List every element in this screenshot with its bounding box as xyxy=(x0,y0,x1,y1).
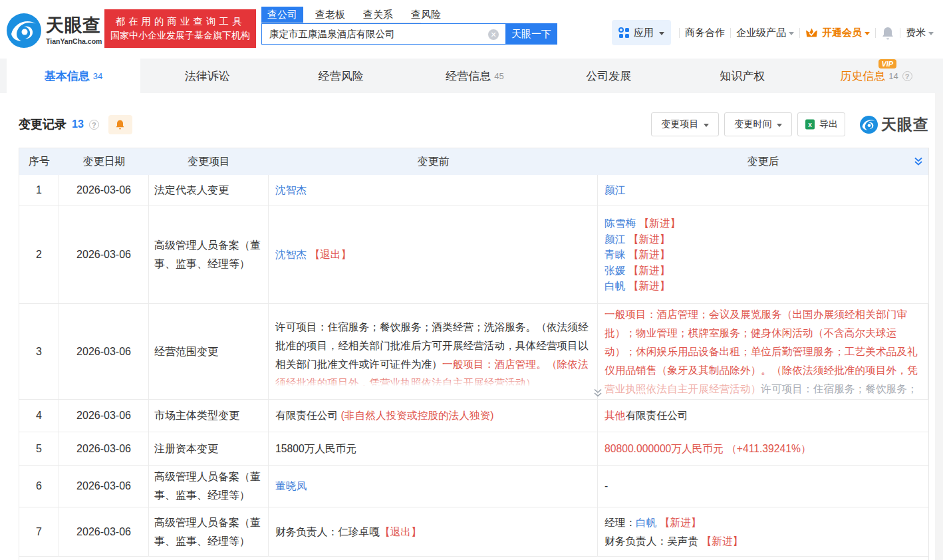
subscribe-bell-button[interactable] xyxy=(108,115,132,134)
nav-enterprise[interactable]: 企业级产品 xyxy=(736,27,794,39)
person-link[interactable]: 颜江 xyxy=(605,233,625,245)
chevron-down-icon xyxy=(777,124,782,127)
person-link[interactable]: 张媛 xyxy=(605,265,625,276)
table-row xyxy=(19,557,928,560)
tianyancha-watermark: 天眼查 xyxy=(860,114,929,135)
vip-badge: VIP xyxy=(878,59,896,69)
table-row: 12026-03-06法定代表人变更沈智杰颜江 xyxy=(19,175,928,206)
apps-menu[interactable]: 应用 xyxy=(612,20,671,45)
open-vip-button[interactable]: 开通会员 xyxy=(805,27,870,39)
tab-0[interactable]: 基本信息34 xyxy=(7,59,140,93)
section-count: 13 xyxy=(72,118,84,130)
collapse-all-icon[interactable] xyxy=(913,156,924,167)
tianyancha-logo-icon xyxy=(860,116,878,134)
search-tab-0[interactable]: 查公司 xyxy=(261,7,303,23)
top-nav: 应用 商务合作 企业级产品 开通会员 xyxy=(612,20,934,45)
tab-3[interactable]: 经营信息45 xyxy=(408,59,541,93)
person-link[interactable]: 董晓凤 xyxy=(275,480,307,491)
chevron-down-icon xyxy=(789,32,794,35)
chevron-down-icon xyxy=(865,32,870,35)
person-link[interactable]: 颜江 xyxy=(605,184,625,196)
table-row: 42026-03-06市场主体类型变更有限责任公司 (非自然人投资或控股的法人独… xyxy=(19,400,928,432)
table-row: 72026-03-06高级管理人员备案（董事、监事、经理等）财务负责人：仁珍卓嘎… xyxy=(19,507,928,557)
search-button[interactable]: 天眼一下 xyxy=(505,23,557,45)
user-menu[interactable]: 费米 xyxy=(906,27,934,39)
help-icon[interactable]: ? xyxy=(902,71,912,81)
crown-icon xyxy=(805,27,818,39)
nav-cooperation[interactable]: 商务合作 xyxy=(685,27,725,39)
search-tab-1[interactable]: 查老板 xyxy=(315,7,345,23)
tab-5[interactable]: 知识产权 xyxy=(676,59,809,93)
tab-4[interactable]: 公司发展 xyxy=(542,59,676,93)
clear-search-icon[interactable]: ✕ xyxy=(488,29,499,40)
table-row: 62026-03-06高级管理人员备案（董事、监事、经理等）董晓凤- xyxy=(19,466,928,507)
filter-change-time-button[interactable]: 变更时间 xyxy=(724,112,792,136)
expand-row-icon[interactable] xyxy=(593,388,603,398)
tab-2[interactable]: 经营风险 xyxy=(274,59,408,93)
section-title: 变更记录 xyxy=(19,116,67,132)
tianyancha-logo-text[interactable]: 天眼查 TianYanCha.com xyxy=(46,15,102,45)
chevron-down-icon xyxy=(704,124,709,127)
search-area: 查公司查老板查关系查风险 康定市五康温泉酒店有限公司 ✕ 天眼一下 xyxy=(261,7,557,45)
brand-slogan-banner: 都在用的商业查询工具 国家中小企业发展子基金旗下机构 xyxy=(104,9,256,48)
excel-icon: x xyxy=(805,119,815,130)
chevron-down-icon xyxy=(928,32,934,35)
export-button[interactable]: x 导出 xyxy=(797,112,845,136)
table-row: 32026-03-06经营范围变更许可项目：住宿服务；餐饮服务；酒类经营；洗浴服… xyxy=(19,304,928,400)
person-link[interactable]: 陈雪梅 xyxy=(605,217,636,229)
search-category-tabs: 查公司查老板查关系查风险 xyxy=(261,7,557,23)
chevron-down-icon xyxy=(659,32,664,35)
top-header: 天眼查 TianYanCha.com 都在用的商业查询工具 国家中小企业发展子基… xyxy=(0,0,943,59)
svg-text:x: x xyxy=(808,121,812,128)
search-tab-2[interactable]: 查关系 xyxy=(363,7,393,23)
person-link[interactable]: 青睐 xyxy=(605,249,625,260)
help-icon[interactable]: ? xyxy=(89,120,99,130)
notification-bell-icon[interactable] xyxy=(881,26,894,40)
tianyancha-logo-icon[interactable] xyxy=(7,13,41,48)
table-row: 22026-03-06高级管理人员备案（董事、监事、经理等）沈智杰 【退出】陈雪… xyxy=(19,206,928,304)
table-header-row: 序号 变更日期 变更项目 变更前 变更后 xyxy=(19,148,928,175)
scrollbar[interactable] xyxy=(935,93,943,560)
apps-grid-icon xyxy=(618,27,630,39)
section-tabs: 基本信息34法律诉讼经营风险经营信息45公司发展知识产权历史信息14?VIP xyxy=(0,59,943,93)
person-link[interactable]: 沈智杰 xyxy=(275,249,307,260)
bell-icon xyxy=(115,119,125,130)
filter-change-item-button[interactable]: 变更项目 xyxy=(651,112,719,136)
table-row: 52026-03-06注册资本变更15800万人民币元80800.000000万… xyxy=(19,432,928,466)
search-input[interactable]: 康定市五康温泉酒店有限公司 ✕ xyxy=(261,23,505,45)
person-link[interactable]: 白帆 xyxy=(636,517,656,528)
change-records-table: 序号 变更日期 变更项目 变更前 变更后 12026-03-06法定代表人变更沈… xyxy=(19,148,929,560)
tab-6[interactable]: 历史信息14?VIP xyxy=(809,59,943,93)
person-link[interactable]: 沈智杰 xyxy=(275,184,307,196)
search-tab-3[interactable]: 查风险 xyxy=(411,7,441,23)
person-link[interactable]: 白帆 xyxy=(605,280,625,291)
tab-1[interactable]: 法律诉讼 xyxy=(140,59,274,93)
